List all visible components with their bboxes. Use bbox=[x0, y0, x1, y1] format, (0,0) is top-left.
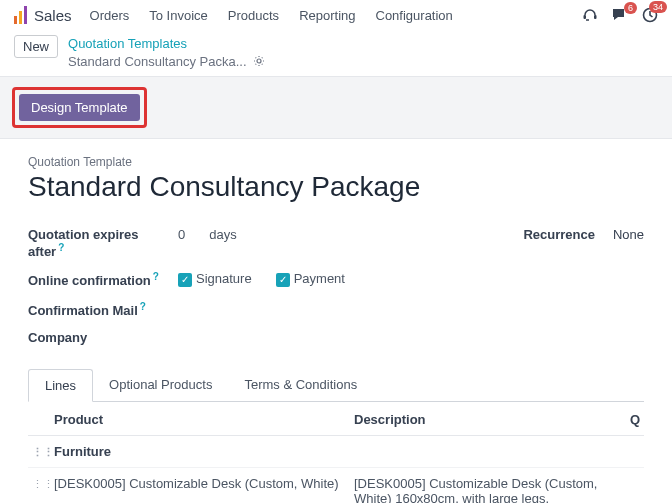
check-icon: ✓ bbox=[178, 273, 192, 287]
top-icons: 6 34 bbox=[582, 7, 658, 23]
messages-badge: 6 bbox=[624, 2, 637, 14]
col-description[interactable]: Description bbox=[354, 412, 620, 427]
nav-to-invoice[interactable]: To Invoice bbox=[149, 8, 208, 23]
activities-badge: 34 bbox=[649, 1, 667, 13]
svg-point-6 bbox=[257, 59, 261, 63]
highlight-annotation: Design Template bbox=[12, 87, 147, 128]
svg-rect-2 bbox=[24, 6, 27, 24]
table-header: Product Description Q bbox=[28, 402, 644, 436]
confirmation-mail-label: Confirmation Mail? bbox=[28, 301, 178, 318]
company-label: Company bbox=[28, 330, 178, 345]
page-title[interactable]: Standard Consultancy Package bbox=[28, 171, 644, 203]
messages-icon[interactable]: 6 bbox=[612, 8, 628, 22]
svg-rect-3 bbox=[584, 15, 587, 19]
top-nav: Orders To Invoice Products Reporting Con… bbox=[90, 8, 453, 23]
signature-checkbox[interactable]: ✓Signature bbox=[178, 271, 252, 287]
expires-value[interactable]: 0 bbox=[178, 227, 185, 242]
new-button[interactable]: New bbox=[14, 35, 58, 58]
recurrence-label: Recurrence bbox=[523, 227, 595, 242]
app-logo-icon bbox=[14, 6, 28, 24]
svg-rect-1 bbox=[19, 11, 22, 24]
help-icon[interactable]: ? bbox=[153, 271, 159, 282]
tab-terms[interactable]: Terms & Conditions bbox=[228, 369, 373, 401]
brand-label: Sales bbox=[34, 7, 72, 24]
check-icon: ✓ bbox=[276, 273, 290, 287]
breadcrumb-row: New Quotation Templates Standard Consult… bbox=[0, 31, 672, 76]
tab-lines[interactable]: Lines bbox=[28, 369, 93, 402]
table-section-row[interactable]: ⋮⋮ Furniture bbox=[28, 436, 644, 468]
form-body: Quotation Template Standard Consultancy … bbox=[0, 139, 672, 503]
online-confirmation-label: Online confirmation? bbox=[28, 271, 178, 288]
nav-reporting[interactable]: Reporting bbox=[299, 8, 355, 23]
breadcrumb-parent[interactable]: Quotation Templates bbox=[68, 36, 187, 51]
breadcrumb-current: Standard Consultancy Packa... bbox=[68, 53, 247, 71]
section-name: Furniture bbox=[54, 444, 354, 459]
col-product[interactable]: Product bbox=[54, 412, 354, 427]
row-description: [DESK0005] Customizable Desk (Custom, Wh… bbox=[354, 476, 620, 503]
expires-unit: days bbox=[209, 227, 236, 242]
action-bar: Design Template bbox=[0, 76, 672, 139]
help-icon[interactable]: ? bbox=[58, 242, 64, 253]
brand[interactable]: Sales bbox=[14, 6, 72, 24]
table-row[interactable]: ⋮⋮ [DESK0005] Customizable Desk (Custom,… bbox=[28, 468, 644, 503]
drag-handle-icon[interactable]: ⋮⋮ bbox=[32, 478, 54, 490]
row-product: [DESK0005] Customizable Desk (Custom, Wh… bbox=[54, 476, 354, 491]
topbar: Sales Orders To Invoice Products Reporti… bbox=[0, 0, 672, 31]
section-label: Quotation Template bbox=[28, 155, 644, 169]
drag-handle-icon[interactable]: ⋮⋮ bbox=[32, 446, 54, 458]
gear-icon[interactable] bbox=[253, 55, 265, 67]
svg-rect-4 bbox=[594, 15, 597, 19]
nav-orders[interactable]: Orders bbox=[90, 8, 130, 23]
nav-configuration[interactable]: Configuration bbox=[376, 8, 453, 23]
nav-products[interactable]: Products bbox=[228, 8, 279, 23]
headset-icon[interactable] bbox=[582, 8, 598, 22]
payment-checkbox[interactable]: ✓Payment bbox=[276, 271, 345, 287]
tab-optional-products[interactable]: Optional Products bbox=[93, 369, 228, 401]
breadcrumb: Quotation Templates Standard Consultancy… bbox=[68, 35, 265, 70]
tabs: Lines Optional Products Terms & Conditio… bbox=[28, 369, 644, 402]
recurrence-value[interactable]: None bbox=[613, 227, 644, 242]
help-icon[interactable]: ? bbox=[140, 301, 146, 312]
col-quantity[interactable]: Q bbox=[620, 412, 640, 427]
activities-icon[interactable]: 34 bbox=[642, 7, 658, 23]
svg-rect-0 bbox=[14, 16, 17, 24]
design-template-button[interactable]: Design Template bbox=[19, 94, 140, 121]
expires-label: Quotation expires after? bbox=[28, 227, 178, 259]
